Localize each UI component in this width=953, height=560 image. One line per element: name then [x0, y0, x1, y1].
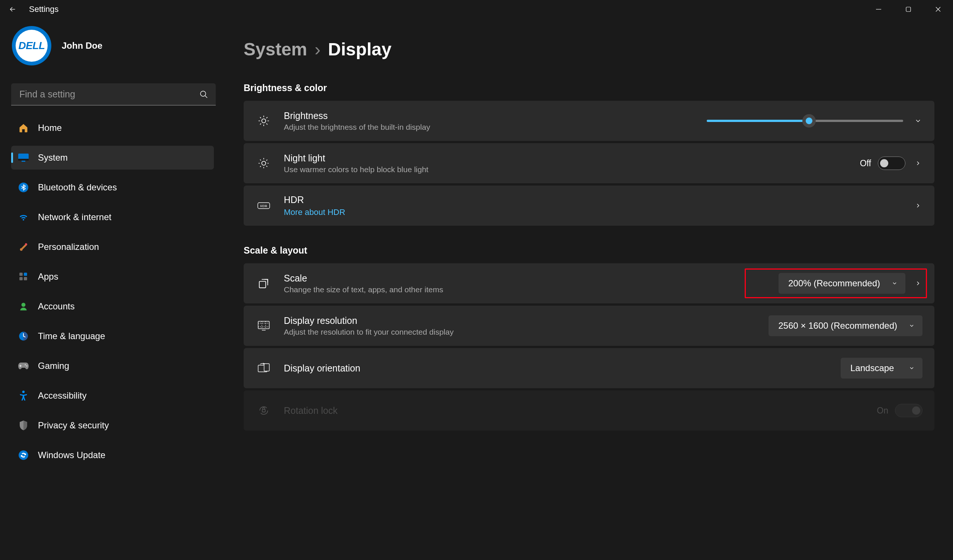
nav-home[interactable]: Home: [11, 116, 214, 140]
username: John Doe: [62, 40, 102, 51]
nav-accessibility[interactable]: Accessibility: [11, 384, 214, 408]
nav-label: Accounts: [38, 301, 75, 312]
avatar: DELL: [12, 26, 51, 65]
svg-point-20: [19, 450, 28, 460]
svg-rect-41: [259, 281, 265, 288]
chevron-down-icon: [908, 365, 915, 371]
rotation-card: Rotation lock On: [244, 391, 934, 431]
nav-gaming[interactable]: Gaming: [11, 354, 214, 378]
search-box: [11, 83, 216, 105]
resolution-sub: Adjust the resolution to fit your connec…: [284, 327, 453, 337]
svg-line-26: [261, 118, 261, 118]
scale-chevron[interactable]: [914, 279, 922, 288]
profile[interactable]: DELL John Doe: [12, 26, 214, 65]
content: System › Display Brightness & color Brig…: [217, 19, 953, 560]
svg-rect-8: [22, 161, 25, 162]
nav-update[interactable]: Windows Update: [11, 443, 214, 467]
hdr-card[interactable]: HDR HDR More about HDR: [244, 186, 934, 226]
slider-fill: [707, 120, 809, 122]
section-brightness-title: Brightness & color: [244, 82, 934, 93]
apps-icon: [18, 271, 29, 282]
resolution-icon: [256, 321, 271, 331]
nav-accounts[interactable]: Accounts: [11, 295, 214, 318]
nav-label: System: [38, 152, 68, 163]
nav-bluetooth[interactable]: Bluetooth & devices: [11, 175, 214, 199]
svg-point-17: [25, 364, 26, 365]
scale-dropdown[interactable]: 200% (Recommended): [779, 273, 905, 294]
scale-card[interactable]: Scale Change the size of text, apps, and…: [244, 263, 934, 303]
chevron-right-icon: [915, 202, 921, 209]
nav-label: Network & internet: [38, 212, 111, 222]
svg-line-36: [267, 166, 267, 167]
accessibility-icon: [18, 390, 29, 401]
nav-apps[interactable]: Apps: [11, 265, 214, 289]
svg-line-29: [267, 118, 267, 118]
expand-brightness[interactable]: [914, 116, 922, 125]
scale-icon: [256, 278, 271, 289]
brightness-card[interactable]: Brightness Adjust the brightness of the …: [244, 101, 934, 141]
resolution-dropdown[interactable]: 2560 × 1600 (Recommended): [768, 315, 922, 336]
scale-sub: Change the size of text, apps, and other…: [284, 285, 443, 294]
minimize-icon: [875, 6, 882, 12]
nightlight-card[interactable]: Night light Use warmer colors to help bl…: [244, 143, 934, 183]
maximize-button[interactable]: [894, 0, 923, 19]
scale-value: 200% (Recommended): [788, 278, 880, 289]
breadcrumb-parent[interactable]: System: [244, 39, 307, 59]
back-arrow-icon: [9, 5, 17, 13]
svg-point-15: [22, 302, 26, 307]
svg-rect-49: [264, 364, 269, 371]
toggle-knob: [912, 406, 920, 414]
rotation-toggle: [895, 404, 922, 417]
nightlight-icon: [256, 157, 271, 169]
svg-rect-11: [19, 273, 23, 276]
nav-label: Accessibility: [38, 391, 87, 401]
brightness-icon: [256, 115, 271, 127]
resolution-title: Display resolution: [284, 315, 453, 326]
nav-label: Windows Update: [38, 450, 105, 460]
close-button[interactable]: [923, 0, 953, 19]
bluetooth-icon: [18, 182, 29, 193]
hdr-link[interactable]: More about HDR: [284, 208, 345, 217]
nav-time[interactable]: Time & language: [11, 324, 214, 348]
orientation-title: Display orientation: [284, 363, 360, 374]
nightlight-toggle[interactable]: [878, 157, 905, 170]
toggle-knob: [880, 159, 888, 168]
back-button[interactable]: [7, 3, 19, 15]
hdr-chevron[interactable]: [914, 201, 922, 210]
svg-line-27: [267, 124, 267, 124]
minimize-button[interactable]: [864, 0, 894, 19]
search-icon: [199, 90, 208, 99]
svg-rect-7: [18, 159, 29, 161]
svg-point-19: [22, 391, 25, 393]
svg-point-30: [262, 161, 266, 166]
nav-system[interactable]: System: [11, 146, 214, 169]
system-icon: [18, 152, 29, 163]
sidebar: DELL John Doe Home System Bluetooth & de…: [0, 19, 217, 560]
brightness-slider[interactable]: [707, 120, 903, 122]
home-icon: [18, 123, 29, 133]
resolution-card[interactable]: Display resolution Adjust the resolution…: [244, 306, 934, 346]
chevron-down-icon: [908, 323, 915, 329]
orientation-dropdown[interactable]: Landscape: [841, 358, 922, 379]
close-icon: [935, 6, 942, 12]
orientation-icon: [256, 363, 271, 373]
titlebar: Settings: [0, 0, 953, 19]
nav-personalization[interactable]: Personalization: [11, 235, 214, 259]
privacy-icon: [18, 420, 29, 431]
time-icon: [18, 330, 29, 342]
search-input[interactable]: [11, 83, 216, 105]
svg-rect-50: [262, 410, 265, 412]
nav-label: Home: [38, 123, 62, 133]
svg-line-28: [261, 124, 261, 124]
svg-point-4: [200, 91, 206, 96]
slider-thumb[interactable]: [802, 114, 816, 127]
nav-network[interactable]: Network & internet: [11, 205, 214, 229]
nightlight-chevron[interactable]: [914, 159, 922, 168]
brightness-sub: Adjust the brightness of the built-in di…: [284, 123, 430, 132]
svg-rect-13: [19, 277, 23, 280]
orientation-card[interactable]: Display orientation Landscape: [244, 348, 934, 388]
nav-privacy[interactable]: Privacy & security: [11, 414, 214, 437]
rotation-title: Rotation lock: [284, 405, 338, 416]
svg-rect-42: [258, 321, 269, 329]
accounts-icon: [18, 301, 29, 312]
